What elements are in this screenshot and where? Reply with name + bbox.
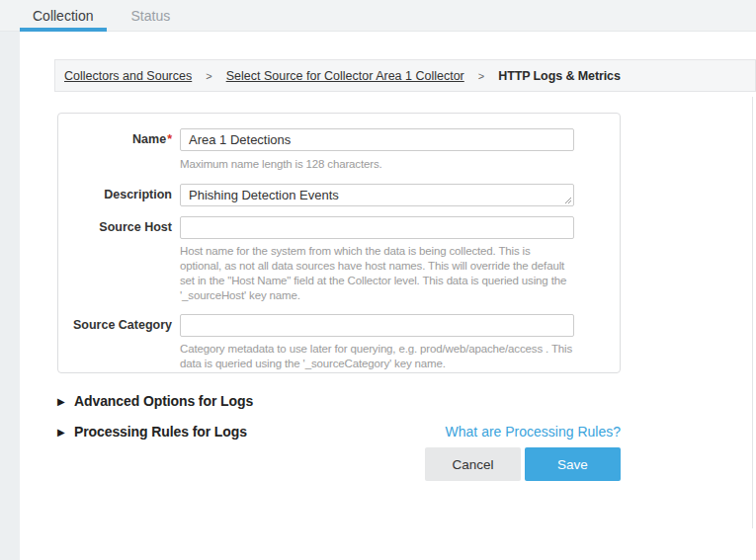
source-host-input[interactable] <box>180 216 574 239</box>
name-label-text: Name <box>132 132 166 146</box>
panel-right-edge <box>752 97 753 528</box>
resize-handle-icon[interactable] <box>563 196 571 203</box>
required-asterisk: * <box>167 132 172 146</box>
advanced-options-title: Advanced Options for Logs <box>74 393 253 409</box>
source-category-helper-text: Category metadata to use later for query… <box>180 342 620 371</box>
helper-line: Host name for the system from which the … <box>180 244 620 259</box>
breadcrumb-separator-icon: > <box>478 70 484 82</box>
breadcrumb-separator-icon: > <box>206 70 211 82</box>
name-input[interactable] <box>180 128 574 151</box>
name-helper-text: Maximum name length is 128 characters. <box>180 157 620 172</box>
tab-bar: Collection Status <box>0 0 756 32</box>
helper-line: '_sourceHost' key name. <box>180 288 620 303</box>
breadcrumb-collectors-and-sources[interactable]: Collectors and Sources <box>64 69 192 83</box>
collapsed-triangle-icon: ▶ <box>57 427 74 438</box>
name-row: Name* <box>58 128 620 151</box>
tab-status[interactable]: Status <box>121 0 180 31</box>
helper-line: optional, as not all data sources have h… <box>180 259 620 274</box>
breadcrumb-select-source[interactable]: Select Source for Collector Area 1 Colle… <box>226 69 464 83</box>
helper-line: Category metadata to use later for query… <box>180 342 620 357</box>
save-button[interactable]: Save <box>525 447 621 481</box>
source-category-input[interactable] <box>180 314 574 337</box>
left-gutter <box>0 32 20 560</box>
breadcrumb: Collectors and Sources > Select Source f… <box>54 59 756 92</box>
processing-rules-title: Processing Rules for Logs <box>74 424 247 440</box>
processing-rules-toggle[interactable]: ▶ Processing Rules for Logs <box>57 424 247 440</box>
description-input[interactable]: Phishing Detection Events <box>180 184 574 206</box>
active-tab-indicator <box>20 28 107 32</box>
name-label: Name* <box>58 128 180 151</box>
tab-collection[interactable]: Collection <box>23 0 103 31</box>
description-label: Description <box>58 184 180 206</box>
description-row: Description Phishing Detection Events <box>58 184 620 206</box>
advanced-options-section: ▶ Advanced Options for Logs <box>57 393 621 409</box>
source-host-helper-text: Host name for the system from which the … <box>180 244 620 303</box>
source-category-label: Source Category <box>58 314 180 337</box>
source-host-row: Source Host <box>58 216 620 239</box>
source-category-row: Source Category <box>58 314 620 337</box>
collapsed-triangle-icon: ▶ <box>57 396 74 407</box>
advanced-options-toggle[interactable]: ▶ Advanced Options for Logs <box>57 393 253 409</box>
source-config-form: Name* Maximum name length is 128 charact… <box>57 113 621 373</box>
breadcrumb-current-page: HTTP Logs & Metrics <box>498 69 621 83</box>
form-actions: Cancel Save <box>57 447 621 481</box>
cancel-button[interactable]: Cancel <box>425 447 521 481</box>
helper-line: data is queried using the '_sourceCatego… <box>180 357 620 371</box>
source-host-label: Source Host <box>58 216 180 239</box>
processing-rules-section: ▶ Processing Rules for Logs What are Pro… <box>57 424 621 440</box>
what-are-processing-rules-link[interactable]: What are Processing Rules? <box>446 424 621 440</box>
helper-line: set in the "Host Name" field at the Coll… <box>180 274 620 288</box>
